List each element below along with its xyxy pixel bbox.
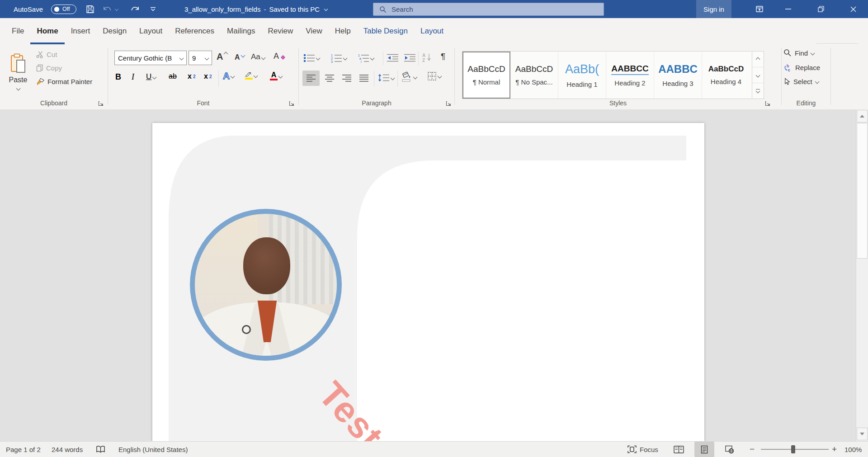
decrease-indent-button[interactable] bbox=[387, 53, 399, 62]
superscript-button[interactable]: x2 bbox=[204, 72, 212, 80]
italic-button[interactable]: I bbox=[132, 72, 134, 82]
style-heading-4[interactable]: AaBbCcD Heading 4 bbox=[702, 52, 750, 99]
style-normal[interactable]: AaBbCcD ¶ Normal bbox=[462, 52, 510, 99]
sign-in-button[interactable]: Sign in bbox=[696, 0, 731, 18]
paragraph-group-label: Paragraph bbox=[299, 99, 454, 107]
bullets-button[interactable] bbox=[303, 53, 320, 62]
styles-scroll-up-button[interactable] bbox=[752, 52, 764, 67]
style-heading-2[interactable]: AABBCC Heading 2 bbox=[606, 52, 654, 99]
change-case-button[interactable]: Aa bbox=[251, 52, 265, 61]
customize-quick-access-button[interactable] bbox=[150, 0, 156, 18]
minimize-button[interactable] bbox=[778, 0, 799, 18]
style-no-spacing[interactable]: AaBbCcD ¶ No Spac... bbox=[510, 52, 558, 99]
tab-references[interactable]: References bbox=[169, 18, 221, 44]
cut-button[interactable]: Cut bbox=[36, 51, 57, 58]
clipboard-dialog-launcher[interactable] bbox=[98, 100, 104, 106]
align-center-button[interactable] bbox=[321, 71, 338, 86]
shading-button[interactable] bbox=[401, 71, 417, 82]
redo-button[interactable] bbox=[130, 0, 140, 18]
ribbon-display-options-button[interactable] bbox=[749, 0, 770, 18]
zoom-out-button[interactable]: − bbox=[750, 442, 755, 457]
numbering-chevron-icon bbox=[343, 56, 348, 61]
read-mode-button[interactable] bbox=[674, 442, 684, 457]
tab-review[interactable]: Review bbox=[261, 18, 299, 44]
mini-separator bbox=[374, 71, 374, 87]
word-count[interactable]: 244 words bbox=[52, 442, 83, 457]
font-dialog-launcher[interactable] bbox=[289, 100, 295, 106]
close-button[interactable] bbox=[843, 0, 864, 18]
styles-group: AaBbCcD ¶ Normal AaBbCcD ¶ No Spac... Aa… bbox=[455, 44, 781, 109]
page-indicator[interactable]: Page 1 of 2 bbox=[6, 442, 41, 457]
tab-layout[interactable]: Layout bbox=[133, 18, 169, 44]
style-heading-1[interactable]: AaBb( Heading 1 bbox=[558, 52, 606, 99]
language-indicator[interactable]: English (United States) bbox=[118, 442, 188, 457]
shrink-font-button[interactable]: A bbox=[235, 53, 245, 61]
format-painter-button[interactable]: Format Painter bbox=[36, 78, 92, 85]
copy-button[interactable]: Copy bbox=[36, 64, 62, 72]
align-left-button[interactable] bbox=[302, 71, 320, 86]
justify-button[interactable] bbox=[356, 71, 372, 86]
zoom-in-button[interactable]: + bbox=[832, 442, 837, 457]
scrollbar-thumb[interactable] bbox=[857, 123, 868, 259]
focus-mode-button[interactable]: Focus bbox=[627, 442, 658, 457]
text-effects-button[interactable]: A bbox=[223, 71, 234, 81]
zoom-slider-handle[interactable] bbox=[791, 445, 795, 453]
doctor-head bbox=[243, 237, 290, 294]
tab-view[interactable]: View bbox=[299, 18, 329, 44]
borders-chevron-icon bbox=[438, 74, 442, 79]
underline-button[interactable]: U bbox=[146, 72, 156, 81]
zoom-level[interactable]: 100% bbox=[844, 442, 862, 457]
clear-formatting-button[interactable]: A bbox=[274, 52, 286, 61]
search-input[interactable]: Search bbox=[373, 3, 604, 16]
sort-button[interactable]: AZ bbox=[422, 52, 432, 62]
subscript-button[interactable]: x2 bbox=[188, 72, 195, 80]
undo-button[interactable] bbox=[102, 0, 118, 18]
multilevel-list-button[interactable]: 1ai bbox=[358, 53, 374, 63]
document-page[interactable]: Test bbox=[152, 123, 704, 441]
tab-insert[interactable]: Insert bbox=[65, 18, 97, 44]
numbering-button[interactable]: 123 bbox=[330, 53, 347, 63]
autosave-toggle[interactable]: Off bbox=[51, 0, 76, 18]
strikethrough-button[interactable]: ab bbox=[169, 72, 177, 80]
replace-icon: bc bbox=[783, 63, 792, 72]
restore-button[interactable] bbox=[810, 0, 831, 18]
line-spacing-button[interactable] bbox=[377, 73, 394, 82]
align-left-icon bbox=[306, 74, 316, 82]
proofing-status-button[interactable] bbox=[96, 442, 105, 457]
print-layout-button[interactable] bbox=[694, 442, 714, 457]
paragraph-dialog-launcher[interactable] bbox=[446, 100, 452, 106]
select-button[interactable]: Select bbox=[783, 78, 819, 85]
triangle-up-icon bbox=[860, 115, 864, 118]
show-hide-marks-button[interactable]: ¶ bbox=[441, 52, 445, 61]
text-highlight-button[interactable] bbox=[245, 71, 257, 80]
styles-dialog-launcher[interactable] bbox=[765, 100, 771, 106]
scroll-down-button[interactable] bbox=[857, 428, 868, 440]
paste-button[interactable]: Paste bbox=[5, 48, 31, 95]
bold-button[interactable]: B bbox=[115, 72, 121, 82]
tab-mailings[interactable]: Mailings bbox=[221, 18, 261, 44]
replace-button[interactable]: bc Replace bbox=[783, 63, 820, 72]
tab-file[interactable]: File bbox=[5, 18, 30, 44]
tab-table-design[interactable]: Table Design bbox=[357, 18, 414, 44]
font-name-select[interactable]: Century Gothic (B bbox=[114, 51, 187, 65]
borders-button[interactable] bbox=[427, 71, 441, 81]
styles-scroll-down-button[interactable] bbox=[752, 67, 764, 83]
align-right-button[interactable] bbox=[339, 71, 355, 86]
font-size-select[interactable]: 9 bbox=[189, 51, 212, 65]
styles-more-button[interactable] bbox=[752, 83, 764, 99]
vertical-scrollbar[interactable] bbox=[856, 109, 868, 441]
tab-design[interactable]: Design bbox=[96, 18, 133, 44]
style-heading-3[interactable]: AABBC Heading 3 bbox=[654, 52, 702, 99]
tab-home[interactable]: Home bbox=[30, 18, 64, 44]
doctor-photo[interactable] bbox=[190, 209, 342, 361]
find-button[interactable]: Find bbox=[783, 49, 814, 57]
tab-help[interactable]: Help bbox=[329, 18, 357, 44]
document-title-dropdown[interactable]: 3_allow_only_form_fields - Saved to this… bbox=[184, 0, 327, 18]
grow-font-button[interactable]: A bbox=[217, 52, 227, 62]
save-button[interactable] bbox=[86, 0, 94, 18]
tab-layout-contextual[interactable]: Layout bbox=[414, 18, 450, 44]
font-color-button[interactable]: A bbox=[270, 71, 282, 80]
web-layout-button[interactable] bbox=[725, 442, 734, 457]
increase-indent-button[interactable] bbox=[404, 53, 416, 62]
scroll-up-button[interactable] bbox=[857, 110, 868, 122]
